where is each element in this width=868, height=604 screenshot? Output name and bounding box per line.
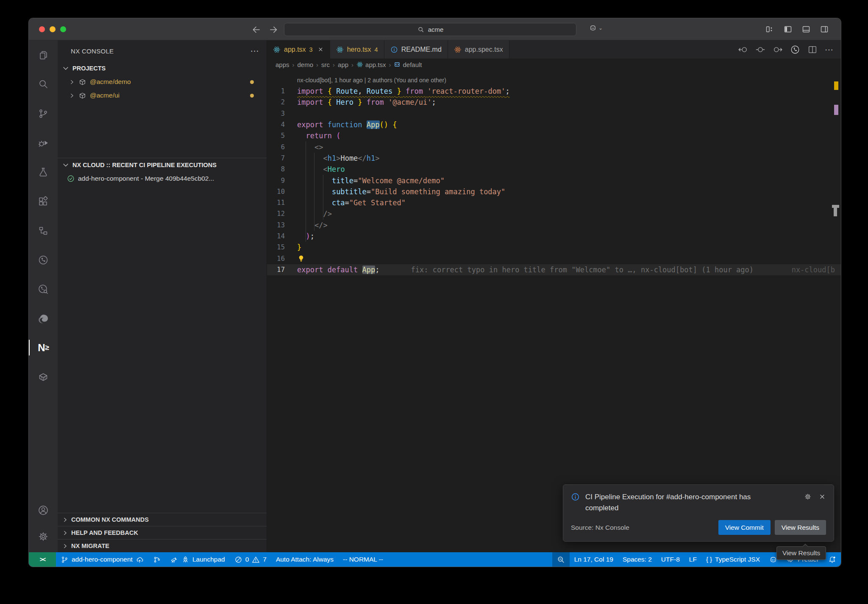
activity-item-edge-tools[interactable] bbox=[29, 304, 58, 333]
view-commit-button[interactable]: View Commit bbox=[718, 520, 771, 535]
warning-triangle-icon bbox=[252, 556, 260, 564]
back-icon[interactable] bbox=[251, 24, 262, 35]
breadcrumb-item-app.tsx[interactable]: app.tsx bbox=[356, 61, 386, 68]
notification-settings-icon[interactable] bbox=[804, 493, 812, 501]
minimize-button[interactable] bbox=[50, 26, 56, 32]
run-graph-icon[interactable] bbox=[790, 45, 800, 55]
section-help-and-feedback[interactable]: HELP AND FEEDBACK bbox=[58, 526, 267, 539]
code-line-8[interactable]: 8 <Hero bbox=[267, 164, 841, 175]
status-zoom-indicator[interactable] bbox=[552, 552, 570, 567]
activity-item-explorer[interactable] bbox=[29, 40, 58, 70]
git-blame-codelens[interactable]: nx-cloud[bot], 1 hour ago | 2 authors (Y… bbox=[267, 75, 841, 86]
status-cursor-position[interactable]: Ln 17, Col 19 bbox=[570, 552, 618, 567]
toggle-panel-icon[interactable] bbox=[801, 25, 811, 34]
close-button[interactable] bbox=[39, 26, 45, 32]
code-line-3[interactable]: 3 bbox=[267, 108, 841, 119]
activity-item-gitlens-inspect[interactable] bbox=[29, 274, 58, 304]
status-git-branch[interactable]: add-hero-component bbox=[56, 552, 148, 567]
activity-item-settings[interactable] bbox=[29, 523, 58, 550]
activity-item-containers[interactable] bbox=[29, 362, 58, 391]
status-problems[interactable]: 07 bbox=[230, 552, 271, 567]
more-actions-icon[interactable]: ⋯ bbox=[825, 48, 833, 52]
code-line-5[interactable]: 5 return ( bbox=[267, 130, 841, 141]
code-line-4[interactable]: 4export function App() { bbox=[267, 119, 841, 130]
code-line-11[interactable]: 11 cta="Get Started" bbox=[267, 197, 841, 208]
activity-item-commit-graph[interactable] bbox=[29, 245, 58, 274]
section-label: COMMON NX COMMANDS bbox=[71, 516, 149, 523]
activity-item-source-control[interactable] bbox=[29, 99, 58, 128]
line-number: 3 bbox=[267, 110, 285, 117]
breadcrumb-item-demo[interactable]: demo bbox=[298, 61, 314, 68]
change-icon[interactable] bbox=[755, 45, 765, 55]
project-item[interactable]: @acme/demo bbox=[58, 75, 267, 89]
code-line-10[interactable]: 10 subtitle="Build something amazing tod… bbox=[267, 186, 841, 197]
tab-hero.tsx[interactable]: hero.tsx4 bbox=[330, 40, 384, 59]
breadcrumb-item-src[interactable]: src bbox=[321, 61, 330, 68]
tab-app.tsx[interactable]: app.tsx3 bbox=[267, 40, 330, 59]
symbol-icon bbox=[394, 61, 401, 68]
close-icon[interactable] bbox=[818, 493, 826, 501]
split-editor-icon[interactable] bbox=[807, 45, 818, 55]
status-remote-indicator[interactable]: >< bbox=[29, 552, 56, 567]
activity-item-extensions[interactable] bbox=[29, 187, 58, 216]
toggle-secondary-sidebar-icon[interactable] bbox=[820, 25, 829, 34]
more-actions-icon[interactable]: ⋯ bbox=[250, 46, 259, 56]
code-line-14[interactable]: 14 ); bbox=[267, 231, 841, 242]
customize-layout-icon[interactable] bbox=[765, 25, 774, 34]
code-line-17[interactable]: nx-cloud[b17export default App;fix: corr… bbox=[267, 264, 841, 275]
activity-item-search[interactable] bbox=[29, 70, 58, 99]
status-notifications[interactable] bbox=[823, 552, 841, 567]
chev-right-icon bbox=[69, 79, 75, 85]
code-line-2[interactable]: 2import { Hero } from '@acme/ui'; bbox=[267, 97, 841, 108]
status-language-mode[interactable]: { }TypeScript JSX bbox=[701, 552, 765, 567]
forward-icon[interactable] bbox=[268, 24, 279, 35]
tab-app.spec.tsx[interactable]: app.spec.tsx bbox=[448, 40, 509, 59]
section-nx-cloud[interactable]: NX CLOUD :: RECENT CI PIPELINE EXECUTION… bbox=[58, 158, 267, 172]
sidebar-title: NX CONSOLE bbox=[71, 48, 114, 55]
code-line-9[interactable]: 9 title="Welcome @acme/demo" bbox=[267, 175, 841, 186]
activity-item-nx-console[interactable]: N≥ bbox=[29, 333, 58, 362]
project-item[interactable]: @acme/ui bbox=[58, 89, 267, 102]
activity-item-project-hierarchy[interactable] bbox=[29, 216, 58, 245]
code-line-12[interactable]: 12 /> bbox=[267, 208, 841, 219]
pipeline-execution-item[interactable]: add-hero-component - Merge 409b44e5cb02.… bbox=[58, 172, 267, 185]
activity-item-accounts[interactable] bbox=[29, 497, 58, 523]
status-git-graph[interactable] bbox=[148, 552, 166, 567]
workbench: N≥ NX CONSOLE ⋯ PROJECTS @acme/demo@acme… bbox=[29, 40, 841, 552]
code-line-13[interactable]: 13 </> bbox=[267, 220, 841, 231]
code-line-1[interactable]: 1import { Route, Routes } from 'react-ro… bbox=[267, 86, 841, 97]
maximize-button[interactable] bbox=[60, 26, 66, 32]
toggle-sidebar-icon[interactable] bbox=[783, 25, 793, 34]
code-line-6[interactable]: 6 <> bbox=[267, 141, 841, 152]
activity-item-run-and-debug[interactable] bbox=[29, 128, 58, 157]
command-center-search[interactable]: acme bbox=[284, 23, 576, 36]
status-encoding[interactable]: UTF-8 bbox=[657, 552, 684, 567]
code-editor[interactable]: nx-cloud[bot], 1 hour ago | 2 authors (Y… bbox=[267, 70, 841, 552]
copilot-menu[interactable]: ⌄ bbox=[589, 24, 603, 32]
line-content: export function App() { bbox=[297, 120, 397, 129]
section-projects[interactable]: PROJECTS bbox=[58, 62, 267, 75]
breadcrumb-item-default[interactable]: default bbox=[394, 61, 422, 68]
tab-README.md[interactable]: README.md bbox=[384, 40, 448, 59]
previous-change-icon[interactable] bbox=[738, 45, 748, 55]
chev-right-icon bbox=[62, 530, 68, 536]
code-line-16[interactable]: 16 bbox=[267, 253, 841, 264]
status-auto-attach[interactable]: Auto Attach: Always bbox=[271, 552, 338, 567]
status-eol[interactable]: LF bbox=[684, 552, 701, 567]
section-nx-migrate[interactable]: NX MIGRATE bbox=[58, 539, 267, 552]
extensions-icon bbox=[37, 196, 49, 207]
code-line-7[interactable]: 7 <h1>Home</h1> bbox=[267, 153, 841, 164]
view-results-button[interactable]: View Results bbox=[775, 520, 826, 535]
section-common-nx-commands[interactable]: COMMON NX COMMANDS bbox=[58, 513, 267, 526]
status-text: 0 bbox=[245, 556, 249, 563]
breadcrumb-item-apps[interactable]: apps bbox=[275, 61, 289, 68]
close-tab-icon[interactable] bbox=[317, 46, 324, 53]
activity-item-testing[interactable] bbox=[29, 157, 58, 187]
status-launchpad[interactable]: Launchpad bbox=[166, 552, 230, 567]
code-line-15[interactable]: 15} bbox=[267, 242, 841, 253]
breadcrumb-item-app[interactable]: app bbox=[338, 61, 348, 68]
status-text: 7 bbox=[263, 556, 267, 563]
status-vim-mode[interactable]: -- NORMAL -- bbox=[338, 552, 388, 567]
next-change-icon[interactable] bbox=[773, 45, 783, 55]
status-indentation[interactable]: Spaces: 2 bbox=[618, 552, 657, 567]
